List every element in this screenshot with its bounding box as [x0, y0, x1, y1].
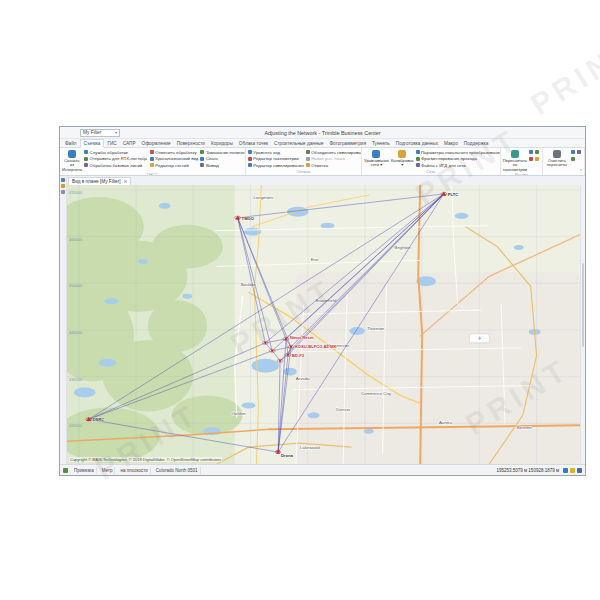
vertical-scrollbar[interactable]: [580, 185, 585, 464]
ribbon-button-icon: [416, 157, 420, 161]
ribbon-tab-Поддержка[interactable]: Поддержка: [461, 140, 491, 147]
mini-tool-icon[interactable]: [529, 150, 533, 154]
ribbon-tab-Файл[interactable]: Файл: [62, 140, 80, 147]
point-marker[interactable]: [271, 350, 273, 352]
ribbon-button-icon: [150, 150, 154, 154]
ribbon-smallbutton[interactable]: Вывод: [200, 162, 245, 169]
help-status-icon[interactable]: [577, 468, 582, 473]
scrollbar-thumb[interactable]: [582, 263, 584, 347]
status-coordinates: 195253.5079 м 150928.1879 м: [497, 468, 560, 473]
point-marker[interactable]: [279, 360, 281, 362]
ribbon-bigbutton[interactable]: Очистить пересчеты: [545, 149, 569, 169]
ribbon-bigbutton[interactable]: Калибровка ▾: [391, 149, 414, 169]
ribbon-smallbutton[interactable]: Службы обработки: [84, 149, 148, 156]
ribbon-tab-Облака точек[interactable]: Облака точек: [236, 140, 271, 147]
status-item[interactable]: Метр: [100, 467, 116, 474]
mini-tool-icon[interactable]: [571, 150, 575, 154]
ribbon-smallbutton[interactable]: Редактор нивелирования: [248, 162, 304, 169]
mini-tool-icon[interactable]: [571, 157, 575, 161]
smallbutton-label: Службы обработки: [90, 150, 128, 155]
ribbon-collapse-icon[interactable]: ⌃: [579, 168, 583, 174]
station-label: PLTC: [448, 192, 458, 197]
globe-status-icon[interactable]: [563, 468, 568, 473]
flags-pane-icon[interactable]: [61, 184, 65, 188]
ribbon-tab-Поверхности[interactable]: Поверхности: [174, 140, 208, 147]
document-tab-bar: Вид в плане [My Filter] ✕: [67, 176, 585, 185]
ribbon-smallbutton[interactable]: Отправить для RTX-постобр.: [84, 156, 148, 163]
map-attribution: Copyright © MAIK Technologies, © 2018 Di…: [69, 457, 222, 462]
status-item[interactable]: на плоскости: [118, 467, 150, 474]
point-marker[interactable]: [285, 338, 287, 340]
bigbutton-label: Уравнивание сети ▾: [364, 159, 389, 168]
ribbon-tab-САПР[interactable]: САПР: [120, 140, 139, 147]
ribbon-bigbutton[interactable]: Скачать из Интернета: [62, 149, 82, 172]
ribbon-smallbutton[interactable]: Редактор тахеометрии: [248, 156, 304, 163]
close-icon[interactable]: ✕: [124, 179, 128, 184]
plan-view-map[interactable]: Copyright © MAIK Technologies, © 2018 Di…: [67, 185, 580, 464]
ribbon-tab-Макро[interactable]: Макро: [441, 140, 461, 147]
watermark-text: PRINT: [525, 32, 600, 122]
ribbon-button-icon: [248, 150, 252, 154]
map-canvas[interactable]: 470000460000450000440000430000420000Long…: [67, 185, 580, 464]
lake: [74, 388, 96, 398]
smallbutton-label: Обработка базовых линий: [90, 163, 143, 168]
ribbon-smallbutton[interactable]: Редактор сессий: [150, 162, 199, 169]
lake: [308, 412, 320, 418]
mini-tool-icon[interactable]: [535, 157, 539, 161]
ribbon-smallbutton[interactable]: Отменить обработку: [150, 149, 199, 156]
snap-mode-icon[interactable]: [63, 468, 68, 473]
station-label: TMGO: [242, 216, 255, 221]
ribbon-tab-Коридоры[interactable]: Коридоры: [208, 140, 236, 147]
ribbon-smallbutton[interactable]: Замыкание полигонов: [200, 149, 245, 156]
point-marker[interactable]: [287, 354, 289, 356]
ribbon-tab-Строительные данные[interactable]: Строительные данные: [271, 140, 326, 147]
selection-filter-combo[interactable]: My Filter ▾: [80, 129, 120, 137]
plan-view-tab[interactable]: Вид в плане [My Filter] ✕: [68, 177, 131, 185]
ribbon-smallbutton[interactable]: Отметка: [306, 162, 362, 169]
smallbutton-label: Отправить для RTX-постобр.: [90, 156, 148, 161]
mini-tool-icon[interactable]: [577, 150, 581, 154]
ribbon-smallbutton[interactable]: Фрагментирование прохода: [416, 156, 501, 163]
properties-pane-icon[interactable]: [61, 190, 65, 194]
warning-status-icon[interactable]: [570, 468, 575, 473]
ribbon-smallbutton[interactable]: Файлы с ИГД для сети: [416, 162, 501, 169]
ribbon-tab-Фотограмметрия[interactable]: Фотограмметрия: [327, 140, 370, 147]
ribbon-smallbutton[interactable]: Сеанс: [200, 156, 245, 163]
status-items: ПривязкаМетрна плоскостиColorado North 0…: [72, 467, 201, 474]
point-marker[interactable]: [290, 346, 292, 348]
control-station-marker[interactable]: [441, 192, 446, 196]
bigbutton-label: Калибровка ▾: [391, 159, 414, 168]
ribbon-tab-Подготовка данных[interactable]: Подготовка данных: [393, 140, 441, 147]
grid-label: 470000: [69, 190, 83, 195]
city-label: Arvada: [296, 376, 310, 381]
ribbon-tab-Съемка[interactable]: Съемка: [80, 139, 105, 148]
plan-view-tab-label: Вид в плане [My Filter]: [72, 179, 121, 184]
station-marker[interactable]: [277, 450, 280, 453]
left-panel-rail: [60, 176, 67, 464]
status-item[interactable]: Привязка: [72, 467, 97, 474]
ribbon-smallbutton[interactable]: Новая усл. точка: [306, 156, 362, 163]
ribbon-tab-Оформление[interactable]: Оформление: [139, 140, 174, 147]
ribbon-tab-Туннель[interactable]: Туннель: [369, 140, 393, 147]
ribbon-smallbutton[interactable]: Объединить нивелирование: [306, 149, 362, 156]
point-marker[interactable]: [264, 342, 266, 344]
ribbon-smallbutton[interactable]: Хронологический вид: [150, 156, 199, 163]
project-explorer-pane-icon[interactable]: [61, 178, 65, 182]
station-label: KOSU-BLFCO AZ MK: [295, 344, 337, 349]
mini-tool-icon[interactable]: [529, 157, 533, 161]
smallbutton-label: Объединить нивелирование: [311, 150, 362, 155]
ribbon-smallbutton[interactable]: Уравнять ход: [248, 149, 304, 156]
ribbon-button-icon: [306, 163, 310, 167]
smallbutton-label: Сеанс: [206, 156, 218, 161]
ribbon-smallbutton[interactable]: Параметры локального преобразования: [416, 149, 501, 156]
ribbon-smallbutton[interactable]: Обработка базовых линий: [84, 162, 148, 169]
ribbon-bigbutton[interactable]: Пересчитать по тахеометрии: [503, 149, 527, 172]
ribbon-button-icon: [150, 157, 154, 161]
ribbon-bigbutton[interactable]: Уравнивание сети ▾: [364, 149, 389, 169]
ribbon-column: Уравнять ходРедактор тахеометрииРедактор…: [248, 149, 304, 169]
gnss-vector: [278, 355, 288, 452]
status-item[interactable]: Colorado North 0501: [154, 467, 201, 474]
mini-tool-icon[interactable]: [535, 150, 539, 154]
bigbutton-label: Пересчитать по тахеометрии: [503, 159, 527, 172]
ribbon-tab-ГИС[interactable]: ГИС: [104, 140, 119, 147]
